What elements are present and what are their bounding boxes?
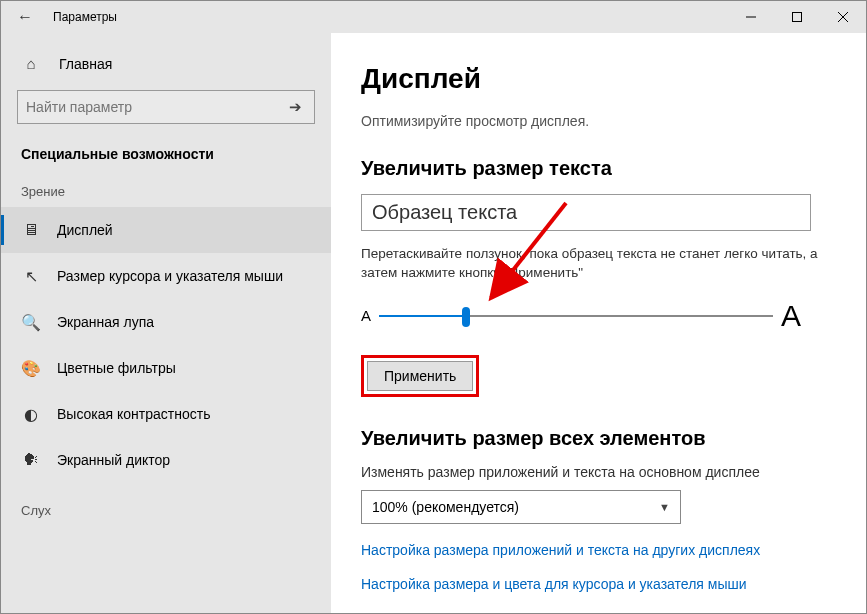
sidebar-item-magnifier[interactable]: 🔍 Экранная лупа [1,299,331,345]
cursor-icon: ↖ [21,267,41,286]
sidebar-item-display[interactable]: 🖥 Дисплей [1,207,331,253]
sidebar-item-label: Размер курсора и указателя мыши [57,268,283,284]
sample-text-box: Образец текста [361,194,811,231]
home-icon: ⌂ [21,55,41,72]
chevron-down-icon: ▼ [659,501,670,513]
sidebar-item-label: Экранная лупа [57,314,154,330]
search-box[interactable]: ➔ [17,90,315,124]
sidebar-item-label: Экранный диктор [57,452,170,468]
search-input[interactable] [26,99,285,115]
sidebar-section-title: Специальные возможности [1,142,331,184]
home-label: Главная [59,56,112,72]
category-vision: Зрение [1,184,331,207]
link-cursor-settings[interactable]: Настройка размера и цвета для курсора и … [361,576,842,592]
main-panel: Дисплей Оптимизируйте просмотр дисплея. … [331,33,866,613]
all-elements-heading: Увеличить размер всех элементов [361,427,842,450]
text-size-slider-row: A A [361,299,801,333]
sidebar-item-high-contrast[interactable]: ◐ Высокая контрастность [1,391,331,437]
close-button[interactable] [820,1,866,33]
narrator-icon: 🗣 [21,451,41,469]
sidebar: ⌂ Главная ➔ Специальные возможности Зрен… [1,33,331,613]
slider-instruction: Перетаскивайте ползунок, пока образец те… [361,245,821,283]
home-nav[interactable]: ⌂ Главная [1,45,331,82]
titlebar: ← Параметры [1,1,866,33]
monitor-icon: 🖥 [21,221,41,239]
palette-icon: 🎨 [21,359,41,378]
magnifier-icon: 🔍 [21,313,41,332]
contrast-icon: ◐ [21,405,41,424]
svg-rect-1 [793,13,802,22]
small-a-label: A [361,307,371,324]
minimize-button[interactable] [728,1,774,33]
page-subtitle: Оптимизируйте просмотр дисплея. [361,113,842,129]
scale-dropdown-value: 100% (рекомендуется) [372,499,659,515]
sidebar-item-label: Дисплей [57,222,113,238]
scale-dropdown[interactable]: 100% (рекомендуется) ▼ [361,490,681,524]
sidebar-item-color-filters[interactable]: 🎨 Цветные фильтры [1,345,331,391]
maximize-button[interactable] [774,1,820,33]
window-title: Параметры [49,10,117,24]
large-a-label: A [781,299,801,333]
category-hearing: Слух [1,483,331,526]
slider-thumb[interactable] [462,307,470,327]
back-button[interactable]: ← [1,8,49,26]
scale-label: Изменять размер приложений и текста на о… [361,464,842,480]
apply-highlight: Применить [361,355,479,397]
sidebar-item-cursor[interactable]: ↖ Размер курсора и указателя мыши [1,253,331,299]
page-title: Дисплей [361,63,842,95]
text-size-heading: Увеличить размер текста [361,157,842,180]
sidebar-item-narrator[interactable]: 🗣 Экранный диктор [1,437,331,483]
search-icon: ➔ [285,98,306,116]
link-other-displays[interactable]: Настройка размера приложений и текста на… [361,542,842,558]
text-size-slider[interactable] [379,307,773,325]
sidebar-item-label: Цветные фильтры [57,360,176,376]
apply-button[interactable]: Применить [367,361,473,391]
sidebar-item-label: Высокая контрастность [57,406,210,422]
